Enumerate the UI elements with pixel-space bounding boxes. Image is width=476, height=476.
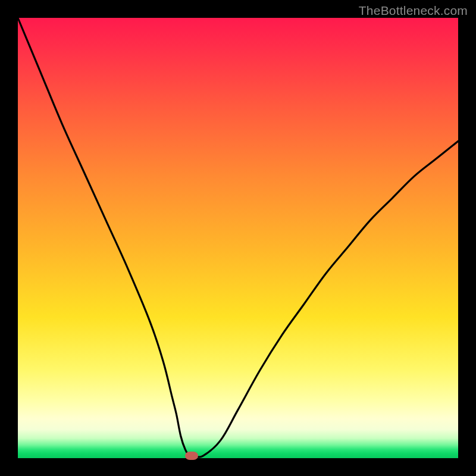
- optimal-point-marker: [185, 452, 198, 460]
- chart-frame: TheBottleneck.com: [0, 0, 476, 476]
- bottleneck-curve: [18, 18, 458, 458]
- watermark-text: TheBottleneck.com: [359, 4, 468, 18]
- plot-area: [18, 18, 458, 458]
